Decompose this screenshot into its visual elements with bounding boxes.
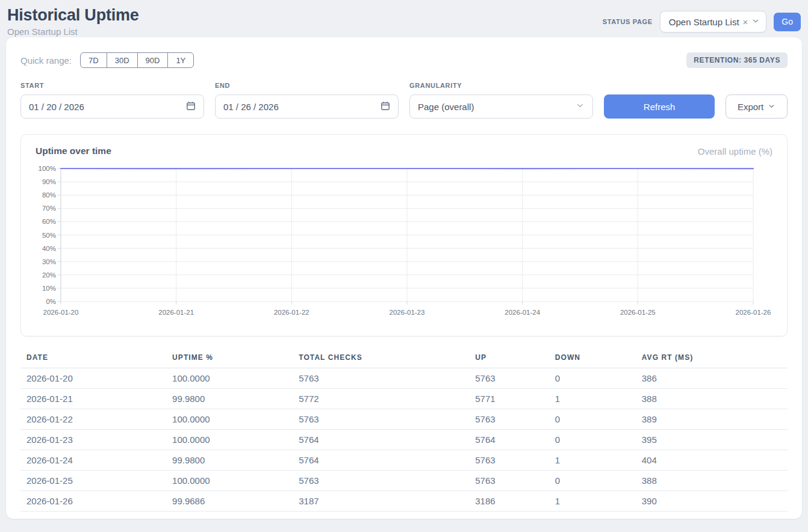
svg-text:2026-01-22: 2026-01-22 <box>274 309 309 316</box>
end-date-value: 01 / 26 / 2026 <box>223 102 279 112</box>
table-cell: 386 <box>636 368 788 389</box>
table-cell: 390 <box>636 491 788 512</box>
column-header: AVG RT (MS) <box>636 350 788 368</box>
quick-range-1y-button[interactable]: 1Y <box>167 52 194 68</box>
header-right: STATUS PAGE Open Startup List × Go <box>603 11 801 32</box>
table-cell: 99.9800 <box>166 389 293 409</box>
clear-selection-icon[interactable]: × <box>743 17 748 27</box>
start-date-input[interactable]: 01 / 20 / 2026 <box>20 94 204 119</box>
svg-text:90%: 90% <box>42 178 56 185</box>
svg-text:10%: 10% <box>42 285 56 292</box>
quick-range-group: 7D30D90D1Y <box>80 52 194 68</box>
table-row: 2026-01-23100.0000576457640395 <box>20 430 788 450</box>
table-row: 2026-01-25100.0000576357630388 <box>20 471 788 491</box>
status-page-select[interactable]: Open Startup List × <box>660 11 767 32</box>
end-label: END <box>215 82 399 89</box>
chevron-down-icon <box>576 101 585 112</box>
uptime-chart: 0%10%20%30%40%50%60%70%80%90%100%2026-01… <box>36 164 772 319</box>
svg-text:80%: 80% <box>42 191 56 199</box>
granularity-label: GRANULARITY <box>409 82 593 89</box>
svg-text:2026-01-20: 2026-01-20 <box>43 309 79 316</box>
table-cell: 5772 <box>293 389 469 409</box>
table-cell: 0 <box>549 430 636 450</box>
chevron-down-icon <box>751 17 760 27</box>
granularity-select[interactable]: Page (overall) <box>409 94 593 119</box>
end-date-input[interactable]: 01 / 26 / 2026 <box>215 94 399 119</box>
svg-text:100%: 100% <box>39 165 56 172</box>
table-cell: 2026-01-24 <box>20 450 166 471</box>
table-cell: 388 <box>636 389 788 409</box>
table-cell: 100.0000 <box>166 409 293 430</box>
chart-card: Uptime over time Overall uptime (%) 0%10… <box>20 134 788 336</box>
refresh-button[interactable]: Refresh <box>604 94 715 119</box>
table-row: 2026-01-2699.9686318731861390 <box>20 491 788 512</box>
svg-text:2026-01-26: 2026-01-26 <box>736 309 771 316</box>
page-title: Historical Uptime <box>7 6 139 25</box>
status-page-selected-value: Open Startup List <box>669 17 739 27</box>
table-cell: 0 <box>549 368 636 389</box>
column-header: UPTIME % <box>166 350 293 368</box>
start-label: START <box>20 82 204 89</box>
chart-legend: Overall uptime (%) <box>698 146 772 156</box>
granularity-selected-value: Page (overall) <box>418 102 474 112</box>
table-cell: 2026-01-21 <box>20 389 166 409</box>
table-row: 2026-01-2199.9800577257711388 <box>20 389 788 409</box>
chevron-down-icon <box>768 102 775 112</box>
svg-text:50%: 50% <box>42 232 56 239</box>
svg-text:0%: 0% <box>46 298 56 305</box>
svg-text:60%: 60% <box>42 218 56 225</box>
calendar-icon[interactable] <box>186 101 196 113</box>
column-header: DATE <box>20 350 166 368</box>
svg-text:2026-01-25: 2026-01-25 <box>620 309 656 316</box>
main-panel: Quick range: 7D30D90D1Y RETENTION: 365 D… <box>6 37 802 519</box>
table-row: 2026-01-22100.0000576357630389 <box>20 409 788 430</box>
table-cell: 0 <box>549 409 636 430</box>
table-cell: 3186 <box>469 491 549 512</box>
quick-range-90d-button[interactable]: 90D <box>137 52 169 68</box>
table-cell: 404 <box>636 450 788 471</box>
quick-range-7d-button[interactable]: 7D <box>80 52 107 68</box>
export-button[interactable]: Export <box>726 94 788 119</box>
quick-range-30d-button[interactable]: 30D <box>107 52 138 68</box>
table-cell: 5763 <box>293 471 469 491</box>
table-row: 2026-01-2499.9800576457631404 <box>20 450 788 471</box>
table-cell: 2026-01-25 <box>20 471 166 491</box>
quick-range-label: Quick range: <box>20 55 72 66</box>
table-cell: 2026-01-23 <box>20 430 166 450</box>
table-cell: 2026-01-20 <box>20 368 166 389</box>
table-cell: 5764 <box>293 430 469 450</box>
table-cell: 5764 <box>469 430 549 450</box>
page-subtitle: Open Startup List <box>7 26 139 37</box>
table-cell: 100.0000 <box>166 430 293 450</box>
uptime-table: DATEUPTIME %TOTAL CHECKSUPDOWNAVG RT (MS… <box>20 350 788 512</box>
table-cell: 2026-01-22 <box>20 409 166 430</box>
quick-range-row: Quick range: 7D30D90D1Y RETENTION: 365 D… <box>20 52 788 69</box>
table-cell: 5763 <box>293 409 469 430</box>
svg-text:30%: 30% <box>42 258 56 265</box>
svg-text:2026-01-21: 2026-01-21 <box>158 309 194 316</box>
table-row: 2026-01-20100.0000576357630386 <box>20 368 788 389</box>
svg-text:70%: 70% <box>42 205 56 212</box>
table-cell: 100.0000 <box>166 471 293 491</box>
table-cell: 388 <box>636 471 788 491</box>
calendar-icon[interactable] <box>381 101 390 113</box>
table-cell: 5764 <box>293 450 469 471</box>
controls-row: START 01 / 20 / 2026 END 01 / 26 / 2026 … <box>20 82 788 119</box>
column-header: UP <box>469 350 549 368</box>
retention-badge: RETENTION: 365 DAYS <box>686 52 788 68</box>
svg-text:2026-01-23: 2026-01-23 <box>390 309 425 316</box>
table-cell: 5771 <box>469 389 549 409</box>
svg-text:20%: 20% <box>42 271 56 279</box>
go-button[interactable]: Go <box>774 13 801 31</box>
svg-text:2026-01-24: 2026-01-24 <box>505 309 540 316</box>
uptime-table-body: 2026-01-20100.00005763576303862026-01-21… <box>20 368 788 512</box>
status-page-label: STATUS PAGE <box>603 18 653 25</box>
export-button-label: Export <box>738 102 763 112</box>
table-cell: 2026-01-26 <box>20 491 166 512</box>
table-cell: 1 <box>549 491 636 512</box>
table-cell: 395 <box>636 430 788 450</box>
column-header: TOTAL CHECKS <box>293 350 469 368</box>
table-cell: 5763 <box>469 409 549 430</box>
table-cell: 5763 <box>293 368 469 389</box>
table-cell: 5763 <box>469 368 549 389</box>
